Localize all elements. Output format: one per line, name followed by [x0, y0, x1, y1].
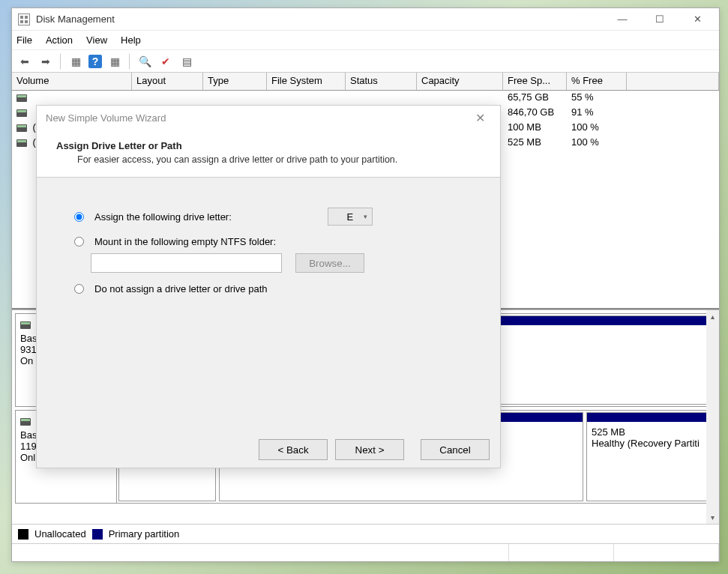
scrollbar[interactable]: ▴ ▾ [706, 310, 719, 524]
drive-letter-value: E [346, 211, 353, 223]
col-volume[interactable]: Volume [12, 73, 132, 90]
forward-icon[interactable]: ➡ [37, 53, 54, 70]
partition-size: 525 MB [592, 426, 709, 438]
separator [60, 53, 61, 70]
scroll-up-icon[interactable]: ▴ [706, 310, 719, 323]
settings-icon[interactable]: ▦ [106, 53, 123, 70]
maximize-button[interactable]: ☐ [649, 11, 671, 28]
toolbar: ⬅ ➡ ▦ ? ▦ 🔍 ✔ ▤ [12, 50, 719, 73]
assign-letter-radio[interactable] [74, 212, 84, 222]
wizard-body: Assign the following drive letter: E Mou… [37, 178, 500, 432]
wizard-footer: < Back Next > Cancel [37, 432, 500, 468]
table-row[interactable]: 65,75 GB 55 % [12, 91, 719, 106]
col-capacity[interactable]: Capacity [417, 73, 503, 90]
wizard-header: Assign Drive Letter or Path For easier a… [37, 130, 500, 178]
free-cell: 525 MB [503, 136, 567, 151]
next-button[interactable]: Next > [335, 439, 404, 460]
legend: Unallocated Primary partition [12, 524, 719, 543]
volume-icon [16, 109, 27, 117]
menu-help[interactable]: Help [121, 34, 141, 46]
statusbar [12, 543, 719, 561]
back-icon[interactable]: ⬅ [16, 53, 33, 70]
separator [129, 53, 130, 70]
legend-primary: Primary partition [109, 528, 180, 540]
partition[interactable]: 525 MB Healthy (Recovery Partiti [586, 412, 714, 501]
pct-cell: 100 % [567, 136, 627, 151]
titlebar: Disk Management — ☐ ✕ [12, 8, 719, 31]
cancel-button[interactable]: Cancel [421, 439, 490, 460]
col-filesystem[interactable]: File System [267, 73, 346, 90]
menu-file[interactable]: File [16, 34, 32, 46]
partition-header [587, 413, 713, 422]
pct-cell: 100 % [567, 121, 627, 136]
minimize-button[interactable]: — [611, 11, 634, 28]
wizard-titlebar: New Simple Volume Wizard ✕ [37, 106, 500, 130]
wizard-subheading: For easier access, you can assign a driv… [77, 154, 485, 165]
refresh-icon[interactable]: 🔍 [136, 53, 153, 70]
col-status[interactable]: Status [346, 73, 417, 90]
properties-icon[interactable]: ▦ [67, 53, 84, 70]
app-icon [18, 13, 30, 25]
no-letter-radio[interactable] [74, 284, 84, 294]
volume-icon [16, 139, 27, 147]
help-icon[interactable]: ? [88, 55, 102, 68]
close-button[interactable]: ✕ [686, 11, 709, 28]
wizard-heading: Assign Drive Letter or Path [56, 140, 485, 151]
mount-folder-radio[interactable] [74, 237, 84, 247]
partition-health: Healthy (Recovery Partiti [592, 438, 709, 449]
volume-icon [16, 94, 27, 102]
mount-folder-label: Mount in the following empty NTFS folder… [94, 236, 276, 247]
wizard-title: New Simple Volume Wizard [46, 112, 469, 124]
browse-button: Browse... [295, 253, 364, 273]
menubar: File Action View Help [12, 31, 719, 50]
menu-action[interactable]: Action [46, 34, 73, 46]
disk-icon [20, 418, 31, 426]
drive-letter-select[interactable]: E [328, 208, 373, 226]
wizard-close-button[interactable]: ✕ [469, 108, 491, 128]
menu-view[interactable]: View [86, 34, 107, 46]
col-type[interactable]: Type [203, 73, 267, 90]
col-free-space[interactable]: Free Sp... [503, 73, 567, 90]
disk-icon [20, 321, 31, 329]
free-cell: 846,70 GB [503, 106, 567, 121]
back-button[interactable]: < Back [259, 439, 328, 460]
free-cell: 100 MB [503, 121, 567, 136]
primary-swatch [92, 529, 103, 540]
list-icon[interactable]: ▤ [178, 53, 195, 70]
mount-folder-input [91, 253, 282, 273]
pct-cell: 55 % [567, 91, 627, 106]
col-layout[interactable]: Layout [132, 73, 203, 90]
new-volume-wizard: New Simple Volume Wizard ✕ Assign Drive … [36, 105, 501, 468]
pct-cell: 91 % [567, 106, 627, 121]
free-cell: 65,75 GB [503, 91, 567, 106]
volume-icon [16, 124, 27, 132]
check-icon[interactable]: ✔ [157, 53, 174, 70]
unallocated-swatch [18, 529, 28, 540]
no-letter-label: Do not assign a drive letter or drive pa… [94, 283, 268, 294]
col-spacer [627, 73, 719, 90]
col-pct-free[interactable]: % Free [567, 73, 627, 90]
table-header: Volume Layout Type File System Status Ca… [12, 73, 719, 91]
assign-letter-label: Assign the following drive letter: [94, 211, 232, 223]
app-title: Disk Management [36, 13, 611, 25]
legend-unallocated: Unallocated [34, 528, 86, 540]
scroll-down-icon[interactable]: ▾ [706, 511, 719, 524]
